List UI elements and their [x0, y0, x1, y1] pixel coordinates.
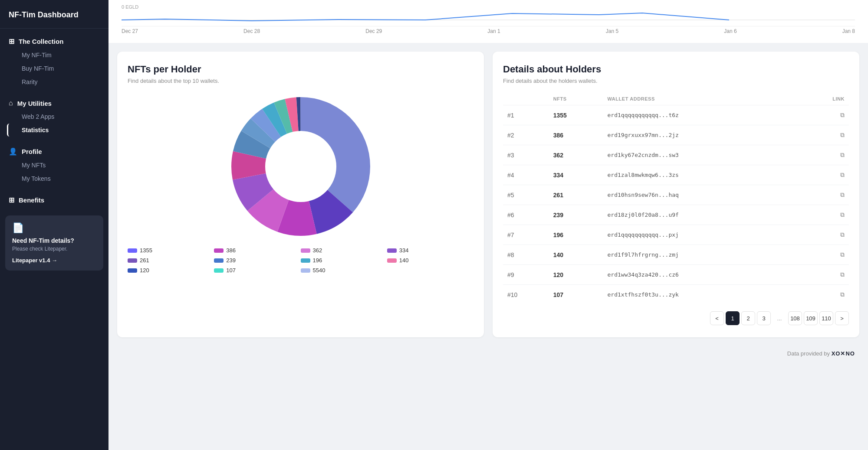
cell-link-5[interactable]: ⧉	[798, 205, 849, 225]
cell-wallet-3: erd1zal8mwkmqw6...3zs	[603, 165, 799, 185]
sidebar-section-benefits: ⊞ Benefits	[0, 187, 108, 209]
cell-nfts-4: 261	[549, 185, 603, 205]
legend-item-140: 140	[387, 257, 473, 264]
pagination-page-2[interactable]: 2	[741, 311, 755, 325]
holders-panel-title: Details about Holders	[503, 64, 849, 75]
external-link-icon: ⧉	[840, 211, 845, 218]
sidebar-section-collection: ⊞ The Collection My NF-Tim Buy NF-Tim Ra…	[0, 29, 108, 91]
nfts-panel-title: NFTs per Holder	[128, 64, 473, 75]
external-link-icon: ⧉	[840, 171, 845, 178]
sidebar-section-header-utilities[interactable]: ⌂ My Utilities	[7, 97, 102, 110]
legend-value-120: 120	[140, 267, 149, 274]
legend-value-5540: 5540	[313, 267, 326, 274]
footer: Data provided by XO✕NO	[108, 346, 868, 364]
sidebar-section-profile: 👤 Profile My NFTs My Tokens	[0, 139, 108, 187]
legend-item-239: 239	[214, 257, 300, 264]
pagination-page-3[interactable]: 3	[757, 311, 771, 325]
pagination-next[interactable]: >	[835, 311, 849, 325]
cell-rank-8: #9	[503, 265, 549, 285]
sidebar-section-label-utilities: My Utilities	[17, 100, 52, 107]
cell-link-3[interactable]: ⧉	[798, 165, 849, 185]
col-header-link: Link	[798, 93, 849, 105]
legend-swatch-120	[128, 268, 137, 273]
cell-link-9[interactable]: ⧉	[798, 285, 849, 305]
sidebar-item-my-nftim[interactable]: My NF-Tim	[7, 49, 102, 62]
cell-rank-1: #2	[503, 125, 549, 145]
table-row: #8 140 erd1f9l7hfrgrng...zmj ⧉	[503, 245, 849, 265]
legend-swatch-334	[387, 248, 397, 253]
legend-value-334: 334	[399, 247, 409, 254]
col-header-wallet: Wallet Address	[603, 93, 799, 105]
table-row: #7 196 erd1qqqqqqqqqqq...pxj ⧉	[503, 225, 849, 245]
cell-nfts-9: 107	[549, 285, 603, 305]
grid-icon: ⊞	[9, 37, 14, 46]
cell-nfts-8: 120	[549, 265, 603, 285]
legend-item-261: 261	[128, 257, 214, 264]
cell-rank-2: #3	[503, 145, 549, 165]
cell-rank-4: #5	[503, 185, 549, 205]
cell-link-8[interactable]: ⧉	[798, 265, 849, 285]
table-row: #4 334 erd1zal8mwkmqw6...3zs ⧉	[503, 165, 849, 185]
legend-swatch-362	[301, 248, 310, 253]
cell-rank-9: #10	[503, 285, 549, 305]
cell-rank-5: #6	[503, 205, 549, 225]
sidebar-section-header-profile[interactable]: 👤 Profile	[7, 145, 102, 158]
pagination-page-110[interactable]: 110	[819, 311, 833, 325]
footer-text: Data provided by	[787, 350, 832, 357]
pagination-prev[interactable]: <	[710, 311, 724, 325]
legend-item-362: 362	[301, 247, 387, 254]
pagination-page-108[interactable]: 108	[788, 311, 802, 325]
cell-rank-7: #8	[503, 245, 549, 265]
cell-rank-6: #7	[503, 225, 549, 245]
sidebar-item-statistics[interactable]: Statistics	[7, 124, 102, 137]
legend-value-196: 196	[313, 257, 322, 264]
cell-wallet-1: erd19grxuxx97mn...2jz	[603, 125, 799, 145]
legend-value-140: 140	[399, 257, 409, 264]
cell-link-2[interactable]: ⧉	[798, 145, 849, 165]
sidebar-item-my-nfts[interactable]: My NFTs	[7, 159, 102, 172]
legend-swatch-261	[128, 258, 137, 263]
chart-date-5: Jan 5	[606, 28, 618, 34]
table-row: #3 362 erd1ky67e2cnzdm...sw3 ⧉	[503, 145, 849, 165]
cell-link-0[interactable]: ⧉	[798, 105, 849, 125]
pagination-page-109[interactable]: 109	[804, 311, 818, 325]
external-link-icon: ⧉	[840, 231, 845, 238]
cell-wallet-5: erd18zj0l0f20a8...u9f	[603, 205, 799, 225]
main-panels: NFTs per Holder Find details about the t…	[108, 43, 868, 346]
table-row: #10 107 erd1xtfhszf0t3u...zyk ⧉	[503, 285, 849, 305]
sidebar-item-web2apps[interactable]: Web 2 Apps	[7, 110, 102, 123]
table-row: #9 120 erd1ww34q3za420...cz6 ⧉	[503, 265, 849, 285]
cell-rank-0: #1	[503, 105, 549, 125]
external-link-icon: ⧉	[840, 291, 845, 298]
holders-table: NFTs Wallet Address Link #1 1355 erd1qqq…	[503, 93, 849, 304]
chart-date-4: Jan 1	[487, 28, 500, 34]
cell-link-7[interactable]: ⧉	[798, 245, 849, 265]
litepaper-link[interactable]: Litepaper v1.4 →	[12, 257, 96, 264]
chart-legend: 1355 386 362 334	[128, 247, 473, 274]
cell-link-4[interactable]: ⧉	[798, 185, 849, 205]
cell-link-1[interactable]: ⧉	[798, 125, 849, 145]
sidebar-item-my-tokens[interactable]: My Tokens	[7, 172, 102, 185]
table-row: #6 239 erd18zj0l0f20a8...u9f ⧉	[503, 205, 849, 225]
main-content: 0 EGLD Dec 27 Dec 28 Dec 29 Jan 1 Jan 5 …	[108, 0, 868, 450]
person-icon: 👤	[9, 147, 17, 156]
pagination-page-1[interactable]: 1	[726, 311, 740, 325]
sidebar-section-header-benefits[interactable]: ⊞ Benefits	[7, 193, 102, 207]
legend-item-334: 334	[387, 247, 473, 254]
donut-chart	[227, 93, 375, 240]
legend-swatch-386	[214, 248, 224, 253]
legend-value-261: 261	[140, 257, 149, 264]
cell-nfts-3: 334	[549, 165, 603, 185]
sidebar-item-buy-nftim[interactable]: Buy NF-Tim	[7, 62, 102, 75]
cell-link-6[interactable]: ⧉	[798, 225, 849, 245]
pagination-ellipsis: ...	[773, 311, 786, 325]
footer-brand: XO✕NO	[832, 350, 855, 357]
nfts-panel-subtitle: Find details about the top 10 wallets.	[128, 78, 473, 84]
legend-item-120: 120	[128, 267, 214, 274]
chart-date-2: Dec 28	[243, 28, 260, 34]
cell-wallet-4: erd10hsn9sew76n...haq	[603, 185, 799, 205]
sidebar-item-rarity[interactable]: Rarity	[7, 75, 102, 88]
sidebar-section-header-collection[interactable]: ⊞ The Collection	[7, 35, 102, 48]
chart-zero-label: 0 EGLD	[122, 4, 855, 10]
sidebar-logo: NF-Tim Dashboard	[0, 0, 108, 29]
